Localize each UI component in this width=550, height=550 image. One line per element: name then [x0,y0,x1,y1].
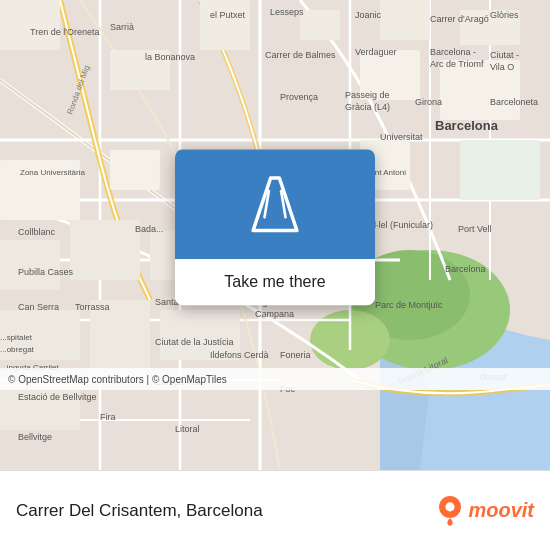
attribution-bar: © OpenStreetMap contributors | © OpenMap… [0,368,550,390]
svg-rect-18 [200,0,250,50]
svg-text:Gràcia (L4): Gràcia (L4) [345,102,390,112]
svg-text:Girona: Girona [415,97,442,107]
svg-text:Zona Universitària: Zona Universitària [20,168,85,177]
svg-text:Lesseps: Lesseps [270,7,304,17]
svg-text:Universitat: Universitat [380,132,423,142]
svg-text:Arc de Triomf: Arc de Triomf [430,59,484,69]
svg-text:Pubilla Cases: Pubilla Cases [18,267,74,277]
svg-rect-23 [110,150,160,190]
attribution-text: © OpenStreetMap contributors | © OpenMap… [8,374,227,385]
svg-rect-25 [70,220,140,280]
moovit-logo: moovit [436,495,534,527]
svg-text:Campana: Campana [255,309,294,319]
svg-text:Estació de Bellvitge: Estació de Bellvitge [18,392,97,402]
overlay-card: Take me there [175,149,375,305]
svg-text:la Bonanova: la Bonanova [145,52,195,62]
svg-text:Ildefons Cerdà: Ildefons Cerdà [210,350,269,360]
svg-text:Glòries: Glòries [490,10,519,20]
location-text: Carrer Del Crisantem, Barcelona [16,501,263,521]
svg-text:Barcelona -: Barcelona - [430,47,476,57]
svg-text:Port Vell: Port Vell [458,224,492,234]
svg-text:Bellvitge: Bellvitge [18,432,52,442]
bottom-bar: Carrer Del Crisantem, Barcelona moovit [0,470,550,550]
svg-text:Barcelona: Barcelona [435,118,499,133]
svg-rect-19 [300,10,340,40]
map-container: Tren de l'Oreneta Sarrià la Bonanova el … [0,0,550,470]
svg-rect-24 [0,240,60,290]
moovit-pin-icon [436,495,464,527]
svg-text:Can Serra: Can Serra [18,302,59,312]
take-me-there-button[interactable]: Take me there [175,259,375,305]
svg-text:Ciutat -: Ciutat - [490,50,519,60]
svg-text:Parc de Montjuïc: Parc de Montjuïc [375,300,443,310]
svg-text:Fira: Fira [100,412,116,422]
svg-text:Joanic: Joanic [355,10,382,20]
svg-text:...spitalet: ...spitalet [0,333,33,342]
svg-point-89 [446,502,455,511]
svg-text:Barceloneta: Barceloneta [490,97,538,107]
svg-text:Barcelona: Barcelona [445,264,486,274]
card-icon-area [175,149,375,259]
svg-rect-20 [380,0,430,40]
svg-text:Carrer de Balmes: Carrer de Balmes [265,50,336,60]
svg-text:Passeig de: Passeig de [345,90,390,100]
svg-text:Vila O: Vila O [490,62,514,72]
svg-text:...obregat: ...obregat [0,345,35,354]
svg-text:Litoral: Litoral [175,424,200,434]
moovit-brand-name: moovit [468,499,534,522]
svg-rect-34 [460,140,540,200]
svg-text:Verdaguer: Verdaguer [355,47,397,57]
svg-text:Provença: Provença [280,92,318,102]
svg-text:Torrassa: Torrassa [75,302,110,312]
svg-text:Sarrià: Sarrià [110,22,134,32]
svg-rect-16 [0,0,60,50]
svg-text:Collblanc: Collblanc [18,227,56,237]
road-icon [240,169,310,239]
svg-text:Bada...: Bada... [135,224,164,234]
svg-text:Foneria: Foneria [280,350,311,360]
svg-text:el Putxet: el Putxet [210,10,246,20]
svg-text:Carrer d'Aragó: Carrer d'Aragó [430,14,489,24]
svg-text:Ciutat de la Justícia: Ciutat de la Justícia [155,337,234,347]
svg-text:Tren de l'Oreneta: Tren de l'Oreneta [30,27,99,37]
